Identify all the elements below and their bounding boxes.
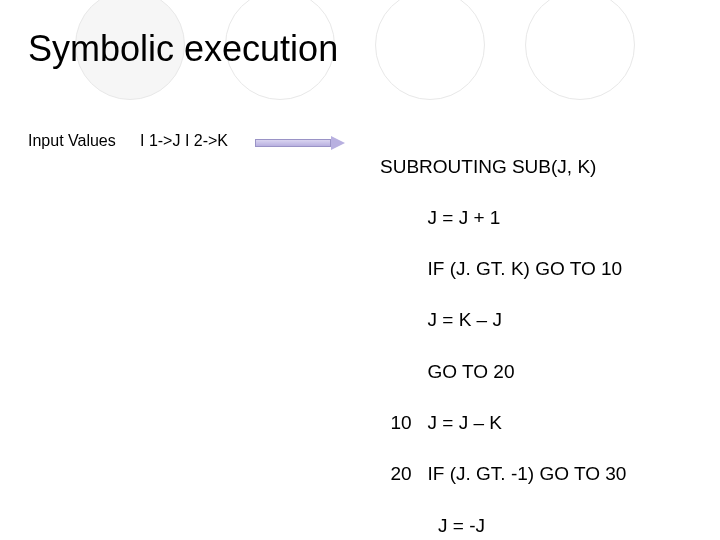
code-line: 20 IF (J. GT. -1) GO TO 30 bbox=[380, 461, 626, 487]
slide-title: Symbolic execution bbox=[28, 28, 338, 70]
arrow-right-icon bbox=[255, 136, 345, 150]
code-line: J = K – J bbox=[380, 307, 626, 333]
decorative-circle bbox=[525, 0, 635, 100]
code-block: SUBROUTING SUB(J, K) J = J + 1 IF (J. GT… bbox=[380, 128, 626, 540]
decorative-circle bbox=[375, 0, 485, 100]
code-line: J = -J bbox=[380, 513, 626, 539]
input-values-text: I 1->J I 2->K bbox=[140, 132, 228, 150]
code-line: J = J + 1 bbox=[380, 205, 626, 231]
code-line: IF (J. GT. K) GO TO 10 bbox=[380, 256, 626, 282]
input-values-label: Input Values bbox=[28, 132, 116, 150]
code-line: 10 J = J – K bbox=[380, 410, 626, 436]
code-line: SUBROUTING SUB(J, K) bbox=[380, 154, 626, 180]
code-line: GO TO 20 bbox=[380, 359, 626, 385]
